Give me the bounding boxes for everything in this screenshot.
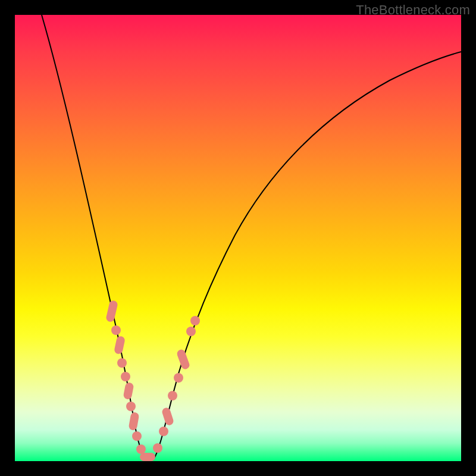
- svg-rect-7: [129, 412, 140, 431]
- svg-point-9: [136, 444, 146, 454]
- svg-rect-16: [176, 349, 191, 371]
- svg-point-8: [132, 431, 142, 441]
- svg-point-15: [174, 373, 183, 383]
- svg-rect-0: [105, 300, 118, 322]
- svg-rect-10: [140, 453, 155, 461]
- bead-cluster: [105, 300, 200, 461]
- svg-point-12: [159, 427, 168, 436]
- svg-rect-2: [114, 336, 126, 355]
- svg-point-1: [111, 325, 121, 335]
- chart-frame: TheBottleneck.com: [0, 0, 476, 476]
- svg-point-3: [117, 358, 127, 368]
- svg-point-11: [153, 443, 162, 453]
- plot-area: [15, 15, 461, 461]
- svg-point-18: [190, 316, 200, 325]
- svg-point-17: [186, 327, 196, 336]
- svg-point-14: [168, 391, 177, 400]
- svg-point-4: [121, 372, 130, 381]
- svg-rect-5: [123, 382, 134, 400]
- curve-svg: [15, 15, 461, 461]
- bottleneck-curve: [42, 15, 461, 460]
- svg-point-6: [126, 402, 136, 411]
- svg-rect-13: [161, 407, 175, 427]
